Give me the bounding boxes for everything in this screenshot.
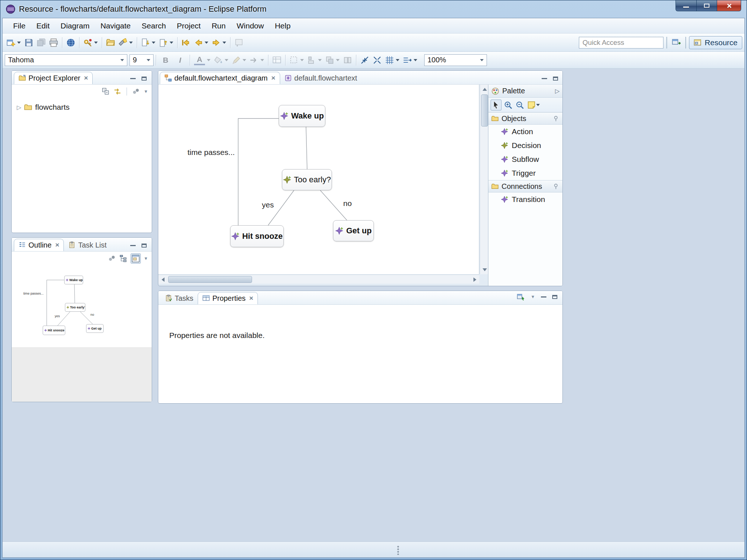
horizontal-scrollbar[interactable] — [158, 275, 479, 284]
scroll-left-button[interactable] — [158, 275, 167, 284]
maximize-editor-button[interactable] — [552, 76, 559, 81]
menu-file[interactable]: File — [8, 19, 31, 32]
minimize-view-button[interactable] — [540, 296, 547, 298]
palette-item-action[interactable]: Action — [488, 125, 562, 139]
focus-on-task-button[interactable] — [131, 87, 141, 96]
close-tab-icon[interactable]: × — [271, 74, 275, 82]
node-wake-up[interactable]: Wake up — [279, 105, 325, 127]
search-button[interactable] — [117, 36, 135, 50]
show-hierarchy-button[interactable] — [119, 254, 128, 263]
tab-tasks[interactable]: Tasks — [160, 292, 198, 304]
link-with-editor-button[interactable] — [113, 87, 122, 96]
menu-run[interactable]: Run — [206, 19, 231, 32]
scroll-right-button[interactable] — [470, 275, 479, 284]
palette-item-trigger[interactable]: Trigger — [488, 166, 562, 180]
status-grip-handle[interactable] — [397, 545, 399, 555]
next-annotation-button[interactable] — [139, 36, 157, 50]
edge-label-yes[interactable]: yes — [262, 201, 274, 209]
show-overview-button[interactable] — [131, 253, 141, 264]
minimize-window-button[interactable] — [676, 0, 697, 11]
pin-drawer-icon[interactable] — [552, 183, 560, 190]
tab-diagram-editor[interactable]: default.flowchartext_diagram × — [160, 72, 280, 84]
arrow-style-button[interactable] — [248, 53, 266, 67]
font-color-button[interactable]: A — [192, 53, 212, 67]
resource-perspective-button[interactable]: Resource — [689, 36, 742, 49]
new-wizard-button[interactable] — [5, 36, 23, 50]
apply-appearance-button[interactable] — [271, 53, 283, 67]
view-menu-button[interactable]: ▼ — [143, 255, 149, 262]
close-tab-icon[interactable]: × — [84, 74, 88, 82]
view-menu-button[interactable]: ▼ — [143, 88, 149, 95]
title-bar[interactable]: Resource - flowcharts/default.flowcharte… — [2, 0, 745, 18]
menu-search[interactable]: Search — [136, 19, 171, 32]
open-perspective-button[interactable] — [670, 36, 682, 50]
snap-to-grid-button[interactable] — [401, 53, 419, 67]
maximize-window-button[interactable] — [697, 0, 717, 11]
print-button[interactable] — [47, 36, 60, 50]
view-menu-button[interactable]: ▼ — [530, 293, 536, 300]
zoom-combo[interactable]: 100% — [424, 54, 487, 66]
open-web-browser-button[interactable] — [65, 36, 77, 50]
last-edit-location-button[interactable] — [180, 36, 192, 50]
tab-properties[interactable]: Properties × — [198, 292, 258, 304]
maximize-view-button[interactable] — [141, 243, 147, 248]
tab-text-editor[interactable]: default.flowchartext — [280, 72, 361, 84]
font-family-combo[interactable]: Tahoma — [5, 54, 127, 66]
quick-access-input[interactable] — [579, 37, 663, 48]
palette-item-subflow[interactable]: Subflow — [488, 152, 562, 166]
select-tool-dropdown-button[interactable] — [288, 53, 306, 67]
forward-button[interactable] — [210, 36, 228, 50]
tab-outline[interactable]: Outline × — [14, 239, 64, 251]
close-tab-icon[interactable]: × — [249, 294, 253, 302]
collapse-all-button[interactable] — [101, 87, 111, 96]
tab-project-explorer[interactable]: Project Explorer × — [14, 72, 93, 84]
menu-edit[interactable]: Edit — [31, 19, 55, 32]
node-get-up[interactable]: Get up — [333, 220, 374, 241]
palette-item-decision[interactable]: Decision — [488, 139, 562, 152]
expand-arrow-icon[interactable]: ▷ — [17, 104, 21, 111]
align-button[interactable] — [306, 53, 324, 67]
close-tab-icon[interactable]: × — [55, 241, 59, 249]
horizontal-scroll-thumb[interactable] — [168, 276, 252, 283]
zoom-out-tool-button[interactable] — [515, 100, 525, 110]
palette-drawer-objects[interactable]: Objects — [488, 112, 562, 125]
menu-diagram[interactable]: Diagram — [55, 19, 95, 32]
pin-properties-button[interactable] — [516, 292, 526, 302]
match-size-button[interactable] — [341, 53, 354, 67]
collapse-compartments-button[interactable] — [371, 53, 383, 67]
back-button[interactable] — [192, 36, 210, 50]
diagram-canvas[interactable]: Wake up Too early? Hit snooze Get u — [158, 85, 479, 274]
italic-button[interactable]: I — [173, 53, 187, 67]
minimize-view-button[interactable] — [129, 244, 136, 247]
palette-item-transition[interactable]: Transition — [488, 192, 562, 206]
menu-project[interactable]: Project — [171, 19, 206, 32]
note-tool-button[interactable] — [526, 100, 541, 110]
expand-compartments-button[interactable] — [359, 53, 371, 67]
bold-button[interactable]: B — [158, 53, 173, 67]
save-all-button[interactable] — [35, 36, 47, 50]
palette-header[interactable]: Palette ▷ — [488, 85, 562, 98]
minimize-view-button[interactable] — [129, 77, 136, 80]
pin-drawer-icon[interactable] — [552, 115, 560, 122]
selection-tool-button[interactable] — [491, 100, 502, 110]
maximize-view-button[interactable] — [551, 294, 558, 300]
vertical-scroll-thumb[interactable] — [481, 94, 488, 127]
edge-label-no[interactable]: no — [343, 199, 352, 208]
palette-drawer-connections[interactable]: Connections — [488, 180, 562, 192]
fill-color-button[interactable] — [212, 53, 230, 67]
font-size-combo[interactable]: 9 — [129, 54, 154, 66]
focus-on-task-button[interactable] — [107, 254, 117, 263]
node-too-early[interactable]: Too early? — [282, 169, 332, 190]
edge-label-time-passes[interactable]: time passes... — [187, 148, 235, 157]
line-color-button[interactable] — [230, 53, 248, 67]
menu-help[interactable]: Help — [269, 19, 296, 32]
node-hit-snooze[interactable]: Hit snooze — [230, 225, 284, 247]
pin-editor-button[interactable] — [233, 36, 245, 50]
menu-navigate[interactable]: Navigate — [95, 19, 136, 32]
save-button[interactable] — [23, 36, 35, 50]
order-button[interactable] — [324, 53, 341, 67]
maximize-view-button[interactable] — [141, 76, 147, 81]
outline-thumbnail[interactable]: Wake up Too early? Hit snooze Get up t — [12, 265, 152, 402]
close-window-button[interactable] — [717, 0, 741, 11]
zoom-in-tool-button[interactable] — [503, 100, 513, 110]
